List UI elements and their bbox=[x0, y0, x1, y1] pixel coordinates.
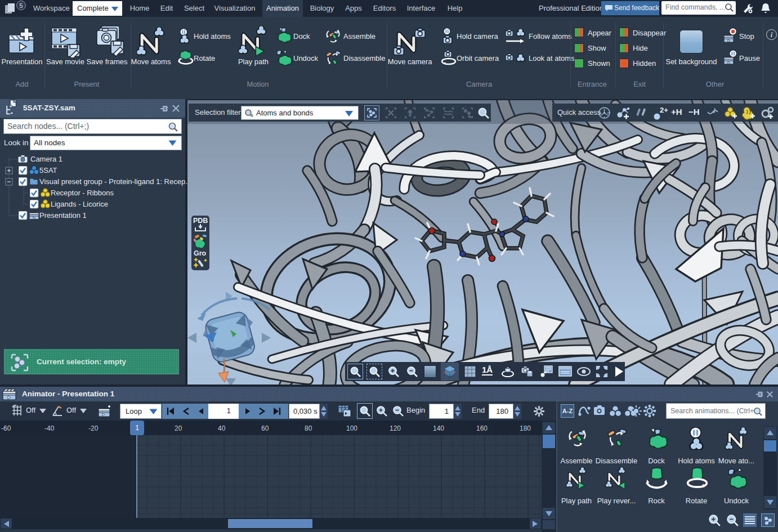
svg-text:2+: 2+ bbox=[660, 106, 668, 114]
